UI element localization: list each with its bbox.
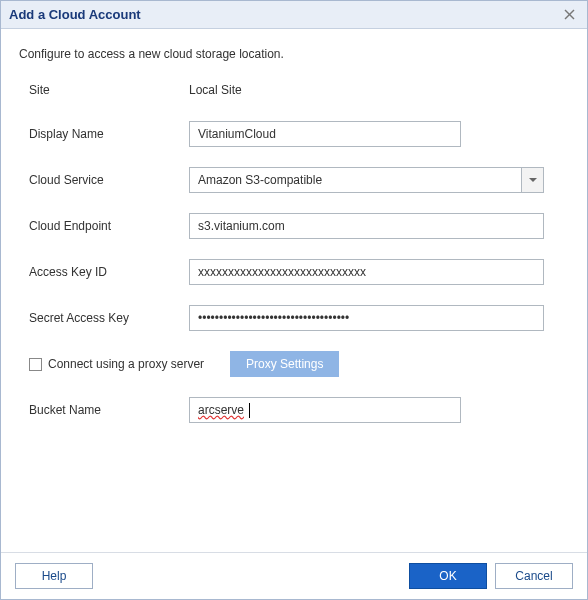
cloud-service-dropdown-button[interactable] [521,168,543,192]
cloud-service-value: Amazon S3-compatible [190,173,521,187]
row-display-name: Display Name [19,121,569,147]
display-name-label: Display Name [19,127,189,141]
secret-key-label: Secret Access Key [19,311,189,325]
titlebar: Add a Cloud Account [1,1,587,29]
proxy-settings-button[interactable]: Proxy Settings [230,351,339,377]
row-secret-key: Secret Access Key [19,305,569,331]
help-button[interactable]: Help [15,563,93,589]
row-proxy: Connect using a proxy server Proxy Setti… [19,351,569,377]
dialog-content: Configure to access a new cloud storage … [1,29,587,552]
row-cloud-endpoint: Cloud Endpoint [19,213,569,239]
access-key-input[interactable] [189,259,544,285]
cloud-service-select[interactable]: Amazon S3-compatible [189,167,544,193]
row-site: Site Local Site [19,79,569,101]
proxy-checkbox[interactable] [29,358,42,371]
chevron-down-icon [529,178,537,182]
cloud-endpoint-input[interactable] [189,213,544,239]
display-name-input[interactable] [189,121,461,147]
proxy-checkbox-label: Connect using a proxy server [48,357,204,371]
cloud-endpoint-label: Cloud Endpoint [19,219,189,233]
bucket-name-value: arcserve [198,403,244,417]
row-cloud-service: Cloud Service Amazon S3-compatible [19,167,569,193]
row-bucket-name: Bucket Name arcserve [19,397,569,423]
row-access-key: Access Key ID [19,259,569,285]
cloud-service-label: Cloud Service [19,173,189,187]
secret-key-input[interactable] [189,305,544,331]
ok-button[interactable]: OK [409,563,487,589]
bucket-name-label: Bucket Name [19,403,189,417]
text-cursor [249,403,250,418]
dialog-footer: Help OK Cancel [1,552,587,599]
subtitle: Configure to access a new cloud storage … [19,47,569,61]
dialog-title: Add a Cloud Account [9,7,141,22]
cancel-button[interactable]: Cancel [495,563,573,589]
bucket-name-input[interactable]: arcserve [189,397,461,423]
access-key-label: Access Key ID [19,265,189,279]
site-label: Site [19,83,189,97]
close-icon[interactable] [560,5,579,25]
site-value: Local Site [189,79,569,101]
